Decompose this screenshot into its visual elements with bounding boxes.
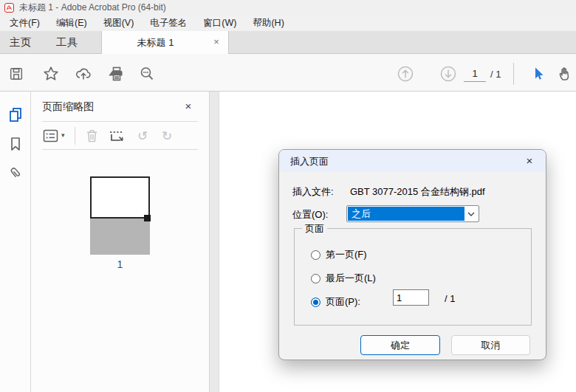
panel-close-icon[interactable]: × — [182, 100, 195, 113]
select-tool-icon[interactable] — [529, 64, 548, 83]
crop-pages-icon[interactable] — [108, 127, 126, 145]
navigation-rail — [0, 92, 31, 392]
tab-bar: 主页 工具 未标题 1 × — [0, 31, 576, 53]
dialog-page-number-input[interactable] — [393, 289, 429, 306]
menu-edit[interactable]: 编辑(E) — [48, 16, 95, 31]
radio-page-number[interactable]: 页面(P): — [311, 295, 360, 309]
location-selected-value: 之后 — [348, 207, 464, 221]
panel-title: 页面缩略图 — [42, 100, 94, 114]
radio-page-number-circle[interactable] — [311, 298, 320, 307]
print-icon[interactable] — [107, 64, 126, 83]
page-number-input[interactable] — [464, 66, 486, 82]
menu-view[interactable]: 视图(V) — [95, 16, 143, 31]
menu-help[interactable]: 帮助(H) — [244, 16, 292, 31]
thumbnail-options-icon[interactable] — [41, 127, 59, 145]
page-thumbnails-icon[interactable] — [7, 106, 24, 123]
tab-tools[interactable]: 工具 — [56, 31, 78, 53]
ok-button[interactable]: 确定 — [360, 335, 440, 355]
radio-last-page[interactable]: 最后一页(L) — [311, 272, 376, 285]
tab-close-icon[interactable]: × — [210, 36, 222, 48]
panel-divider — [42, 121, 198, 122]
delete-pages-icon[interactable] — [83, 127, 100, 145]
location-combobox[interactable]: 之后 — [346, 205, 479, 222]
panel-splitter[interactable] — [209, 92, 219, 392]
thumbnail-page-number: 1 — [90, 258, 150, 270]
page-thumbnails-panel: 页面缩略图 × ▾ ↺ ↻ 1 — [31, 92, 209, 392]
panel-toolbar-divider — [75, 127, 75, 145]
thumbnail-options-caret-icon[interactable]: ▾ — [61, 131, 65, 139]
dialog-page-count-label: / 1 — [445, 293, 455, 304]
rotate-ccw-icon[interactable]: ↺ — [134, 127, 151, 145]
page-count-label: / 1 — [490, 69, 501, 80]
insert-position-highlight — [90, 219, 150, 255]
menu-window[interactable]: 窗口(W) — [195, 16, 244, 31]
attachments-icon[interactable] — [7, 165, 24, 181]
page-group-box: 页面 第一页(F) 最后一页(L) 页面(P): / 1 — [294, 228, 532, 326]
menu-esign[interactable]: 电子签名 — [142, 16, 195, 31]
insert-pages-dialog: 插入页面 × 插入文件: GBT 3077-2015 合金结构钢.pdf 位置(… — [278, 149, 546, 360]
save-icon[interactable] — [7, 64, 26, 83]
tab-document-label: 未标题 1 — [102, 36, 209, 49]
insert-position-handle — [144, 215, 151, 221]
radio-last-page-circle[interactable] — [311, 274, 320, 283]
insert-file-label: 插入文件: — [292, 185, 334, 199]
page-1-thumbnail[interactable] — [90, 176, 150, 219]
acrobat-logo-icon — [4, 3, 14, 13]
tab-document[interactable]: 未标题 1 × — [102, 31, 229, 54]
tab-home[interactable]: 主页 — [10, 31, 31, 53]
chevron-down-icon[interactable] — [467, 211, 476, 217]
acrobat-window: 未标题 1 - Adobe Acrobat Pro (64-bit) 文件(F)… — [0, 0, 576, 392]
share-cloud-upload-icon[interactable] — [74, 64, 93, 83]
panel-divider — [42, 149, 198, 150]
cancel-button[interactable]: 取消 — [451, 335, 530, 355]
main-toolbar: / 1 — [0, 53, 576, 92]
dialog-close-icon[interactable]: × — [522, 154, 537, 168]
toolbar-divider — [513, 63, 514, 85]
radio-first-page[interactable]: 第一页(F) — [311, 248, 367, 261]
window-titlebar: 未标题 1 - Adobe Acrobat Pro (64-bit) — [0, 0, 576, 16]
rotate-cw-icon[interactable]: ↻ — [158, 127, 176, 145]
menu-bar: 文件(F) 编辑(E) 视图(V) 电子签名 窗口(W) 帮助(H) — [0, 16, 576, 31]
previous-page-icon[interactable] — [396, 64, 415, 83]
bookmarks-icon[interactable] — [7, 136, 24, 152]
search-zoom-icon[interactable] — [137, 64, 157, 83]
location-label: 位置(O): — [292, 208, 328, 221]
window-title: 未标题 1 - Adobe Acrobat Pro (64-bit) — [19, 1, 166, 14]
radio-first-page-circle[interactable] — [311, 250, 320, 260]
page-group-label: 页面 — [302, 222, 327, 235]
hand-tool-icon[interactable] — [555, 64, 575, 83]
next-page-icon[interactable] — [439, 64, 458, 83]
menu-file[interactable]: 文件(F) — [1, 16, 48, 31]
star-icon[interactable] — [41, 64, 61, 83]
insert-file-name: GBT 3077-2015 合金结构钢.pdf — [350, 185, 485, 199]
dialog-title: 插入页面 — [290, 155, 329, 168]
